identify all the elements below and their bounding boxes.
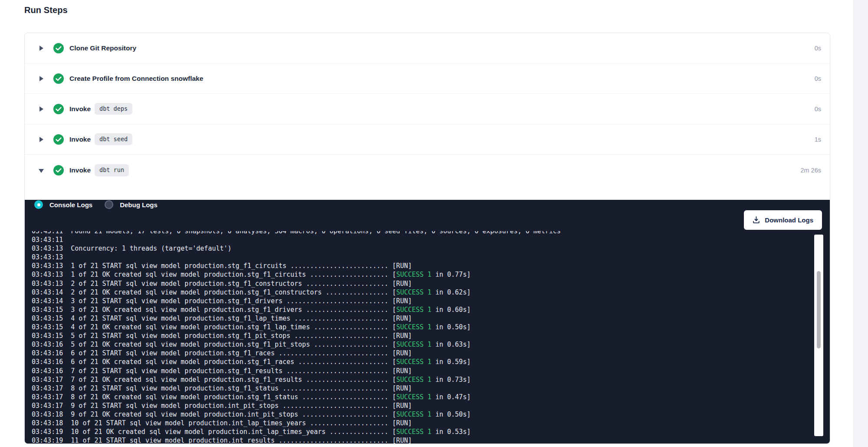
log-line: 03:43:11 (32, 235, 812, 244)
log-line: 03:43:17 9 of 21 START sql view model pr… (32, 401, 812, 410)
log-line: 03:43:13 2 of 21 START sql view model pr… (32, 279, 812, 288)
log-success-status: SUCCESS 1 (396, 271, 431, 278)
run-steps-page: Run Steps Clone Git Repository 0s Create… (0, 0, 868, 447)
log-success-status: SUCCESS 1 (396, 428, 431, 436)
log-line: 03:43:11 Found 21 models, 17 tests, 0 sn… (32, 231, 812, 235)
log-line: 03:43:18 9 of 21 OK created sql view mod… (32, 410, 812, 419)
log-line: 03:43:15 3 of 21 OK created sql view mod… (32, 305, 812, 314)
log-line: 03:43:13 Concurrency: 1 threads (target=… (32, 244, 812, 253)
expand-caret-icon[interactable] (39, 137, 44, 142)
console-log-output[interactable]: 03:43:11 Found 21 models, 17 tests, 0 sn… (32, 231, 812, 444)
success-check-icon (53, 43, 64, 53)
step-duration: 0s (815, 45, 821, 52)
log-line: 03:43:18 10 of 21 START sql view model p… (32, 419, 812, 427)
expand-caret-icon[interactable] (39, 106, 44, 112)
step-command-chip: dbt deps (95, 103, 132, 115)
log-line: 03:43:15 5 of 21 START sql view model pr… (32, 331, 812, 340)
steps-list: Clone Git Repository 0s Create Profile f… (25, 33, 830, 186)
log-success-status: SUCCESS 1 (396, 376, 431, 384)
step-label: Clone Git Repository (69, 44, 136, 52)
console-logs-radio-icon[interactable] (34, 200, 43, 209)
log-line: 03:43:13 (32, 253, 812, 262)
log-line: 03:43:13 1 of 21 START sql view model pr… (32, 262, 812, 270)
expand-caret-icon[interactable] (39, 168, 44, 173)
log-line: 03:43:15 4 of 21 OK created sql view mod… (32, 323, 812, 331)
step-label: Invoke (69, 136, 91, 143)
log-success-status: SUCCESS 1 (396, 393, 431, 401)
log-line: 03:43:17 8 of 21 OK created sql view mod… (32, 393, 812, 401)
expand-caret-icon[interactable] (39, 46, 44, 51)
success-check-icon (53, 73, 64, 84)
success-check-icon (53, 165, 64, 175)
debug-logs-radio-group[interactable]: Debug Logs (105, 200, 158, 209)
log-line: 03:43:16 7 of 21 START sql view model pr… (32, 367, 812, 375)
step-command-chip: dbt seed (95, 133, 132, 146)
log-line: 03:43:17 7 of 21 OK created sql view mod… (32, 375, 812, 384)
log-line: 03:43:16 6 of 21 OK created sql view mod… (32, 358, 812, 366)
step-command-chip: dbt run (95, 164, 129, 176)
log-line: 03:43:16 5 of 21 OK created sql view mod… (32, 340, 812, 349)
step-duration: 0s (815, 106, 821, 113)
log-line: 03:43:19 10 of 21 OK created sql view mo… (32, 427, 812, 436)
success-check-icon (53, 134, 64, 145)
log-success-status: SUCCESS 1 (396, 323, 431, 331)
log-line: 03:43:15 4 of 21 START sql view model pr… (32, 314, 812, 323)
console-logs-label[interactable]: Console Logs (49, 201, 92, 209)
step-label: Create Profile from Connection snowflake (69, 75, 203, 83)
page-title: Run Steps (24, 5, 68, 15)
expand-caret-icon[interactable] (39, 76, 44, 81)
run-steps-card: Clone Git Repository 0s Create Profile f… (24, 33, 830, 444)
log-lines: 03:43:11 Found 21 models, 17 tests, 0 sn… (32, 231, 812, 444)
run-step-row[interactable]: Invoke dbt deps 0s (25, 94, 830, 124)
debug-logs-radio-icon[interactable] (105, 200, 113, 209)
log-line: 03:43:19 11 of 21 START sql view model p… (32, 436, 812, 444)
log-panel: Console Logs Debug Logs Download Logs 03… (25, 200, 830, 444)
step-duration: 2m 26s (800, 167, 821, 174)
log-tabs: Console Logs Debug Logs (34, 200, 830, 209)
log-success-status: SUCCESS 1 (396, 411, 431, 418)
run-step-row[interactable]: Invoke dbt seed 1s (25, 124, 830, 155)
log-line: 03:43:17 8 of 21 START sql view model pr… (32, 384, 812, 393)
log-line: 03:43:16 6 of 21 START sql view model pr… (32, 349, 812, 358)
download-logs-label: Download Logs (765, 216, 813, 224)
step-label: Invoke (69, 105, 91, 113)
log-scrollbar-thumb[interactable] (817, 271, 821, 348)
run-step-row[interactable]: Clone Git Repository 0s (25, 33, 830, 63)
debug-logs-label[interactable]: Debug Logs (120, 201, 158, 209)
log-success-status: SUCCESS 1 (396, 341, 431, 348)
log-line: 03:43:14 2 of 21 OK created sql view mod… (32, 288, 812, 297)
step-duration: 1s (815, 136, 821, 143)
log-scrollbar-track[interactable] (814, 235, 823, 436)
log-success-status: SUCCESS 1 (396, 358, 431, 366)
page-right-gutter (853, 0, 868, 447)
download-logs-button[interactable]: Download Logs (744, 210, 822, 230)
run-step-row[interactable]: Create Profile from Connection snowflake… (25, 63, 830, 94)
log-success-status: SUCCESS 1 (396, 288, 431, 296)
log-line: 03:43:14 3 of 21 START sql view model pr… (32, 297, 812, 305)
log-line: 03:43:13 1 of 21 OK created sql view mod… (32, 270, 812, 279)
step-label: Invoke (69, 166, 91, 174)
success-check-icon (53, 104, 64, 114)
run-step-row[interactable]: Invoke dbt run 2m 26s (25, 155, 830, 186)
download-icon (753, 216, 760, 224)
step-duration: 0s (815, 75, 821, 82)
console-logs-radio-group[interactable]: Console Logs (34, 200, 92, 209)
log-success-status: SUCCESS 1 (396, 306, 431, 314)
